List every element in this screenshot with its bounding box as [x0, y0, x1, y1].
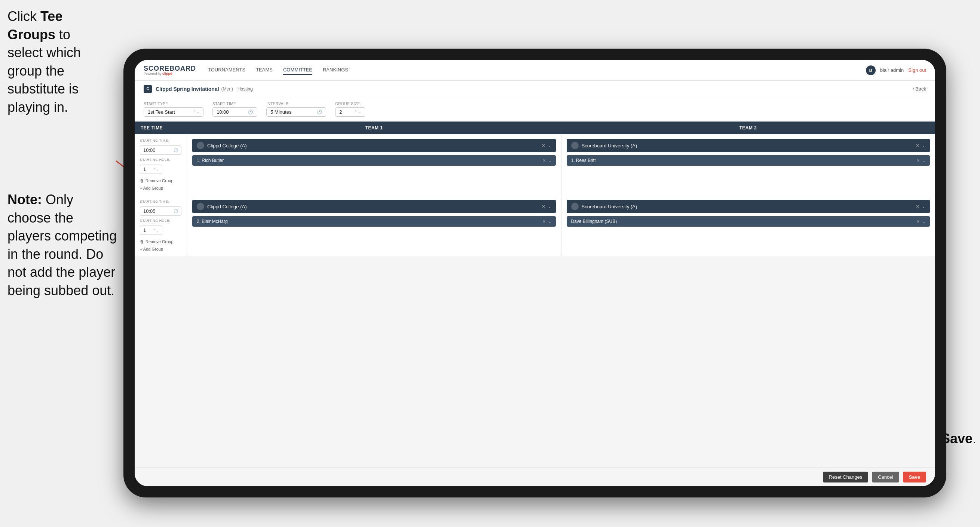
back-button[interactable]: ‹ Back: [912, 86, 926, 92]
nav-committee[interactable]: COMMITTEE: [283, 65, 312, 75]
team2-close-2[interactable]: ✕: [916, 204, 920, 209]
logo-scoreboard: SCOREBOARD: [144, 65, 196, 72]
team2-chevron-2[interactable]: ⌄: [922, 204, 925, 209]
player-close-2-1[interactable]: ✕: [916, 158, 920, 163]
group-size-group: Group Size 2 ⌃⌄: [335, 102, 365, 117]
player-chevron-1-2[interactable]: ⌄: [548, 219, 551, 224]
hole-spinner-1: ⌃⌄: [153, 167, 159, 171]
player-row-1-2[interactable]: 2. Blair McHarg ✕ ⌄: [192, 216, 556, 227]
player-row-2-1[interactable]: 1. Rees Britt ✕ ⌄: [567, 155, 930, 166]
team1-col-2: Clippd College (A) ✕ ⌄ 2. Blair McHarg ✕…: [187, 195, 562, 256]
team2-controls-2: ✕ ⌄: [916, 204, 925, 209]
team2-card-1[interactable]: Scoreboard University (A) ✕ ⌄: [567, 139, 930, 152]
add-group-button-2[interactable]: + Add Group: [140, 247, 181, 252]
player-name-2-1: 1. Rees Britt: [571, 158, 596, 163]
starting-time-input-1[interactable]: 10:00 🕐: [140, 145, 181, 155]
user-name: blair admin: [880, 67, 904, 73]
team1-close-1[interactable]: ✕: [542, 143, 546, 148]
group-size-input[interactable]: 2 ⌃⌄: [335, 107, 365, 117]
bottom-bar: Reset Changes Cancel Save: [135, 468, 935, 486]
start-type-group: Start Type 1st Tee Start ⌃⌄: [144, 102, 204, 117]
sub-header: C Clippd Spring Invitational (Men) Hosti…: [135, 81, 935, 97]
starting-time-input-2[interactable]: 10:05 🕐: [140, 207, 181, 216]
tournament-gender: (Men): [221, 86, 233, 92]
starting-hole-input-2[interactable]: 1 ⌃⌄: [140, 226, 162, 235]
tee-time-col-1: STARTING TIME: 10:00 🕐 STARTING HOLE: 1 …: [135, 134, 187, 195]
nav-tournaments[interactable]: TOURNAMENTS: [208, 65, 245, 75]
start-time-input[interactable]: 10:00 🕐: [212, 107, 257, 117]
nav-teams[interactable]: TEAMS: [256, 65, 273, 75]
start-type-input[interactable]: 1st Tee Start ⌃⌄: [144, 107, 204, 117]
team2-col-1: Scoreboard University (A) ✕ ⌄ 1. Rees Br…: [562, 134, 935, 195]
hole-spinner-2: ⌃⌄: [153, 228, 159, 232]
team1-card-2[interactable]: Clippd College (A) ✕ ⌄: [192, 200, 556, 213]
team1-chevron-1[interactable]: ⌄: [547, 143, 551, 148]
team1-card-1[interactable]: Clippd College (A) ✕ ⌄: [192, 139, 556, 152]
tournament-name: Clippd Spring Invitational: [156, 86, 219, 92]
intervals-icon: 🕐: [317, 110, 322, 115]
player-chevron-2-2[interactable]: ⌄: [922, 219, 925, 224]
team2-controls-1: ✕ ⌄: [916, 143, 925, 148]
remove-group-button-2[interactable]: 🗑 Remove Group: [140, 239, 181, 244]
team2-icon-2: [571, 203, 579, 210]
sign-out-link[interactable]: Sign out: [908, 67, 926, 73]
group-size-spinner: ⌃⌄: [354, 110, 361, 115]
team1-chevron-2[interactable]: ⌄: [547, 204, 551, 209]
logo-powered: Powered by clippd: [144, 72, 196, 76]
team2-name-2: Scoreboard University (A): [582, 204, 637, 209]
team1-controls-1: ✕ ⌄: [542, 143, 551, 148]
player-chevron-2-1[interactable]: ⌄: [922, 158, 925, 163]
player-row-2-2[interactable]: Dave Billingham (SUB) ✕ ⌄: [567, 216, 930, 227]
player-controls-2-1: ✕ ⌄: [916, 158, 925, 163]
start-time-group: Start Time 10:00 🕐: [212, 102, 257, 117]
starting-time-label-1: STARTING TIME:: [140, 139, 181, 143]
team1-col-1: Clippd College (A) ✕ ⌄ 1. Rich Butler ✕ …: [187, 134, 562, 195]
nav-rankings[interactable]: RANKINGS: [323, 65, 348, 75]
start-type-label: Start Type: [144, 102, 204, 106]
groups-container: STARTING TIME: 10:00 🕐 STARTING HOLE: 1 …: [135, 134, 935, 256]
team2-col-2: Scoreboard University (A) ✕ ⌄ Dave Billi…: [562, 195, 935, 256]
team1-name-1: Clippd College (A): [207, 143, 247, 148]
table-header: Tee Time Team 1 Team 2: [135, 121, 935, 134]
time-icon-1: 🕐: [173, 148, 178, 152]
intervals-label: Intervals: [266, 102, 326, 106]
cancel-button[interactable]: Cancel: [872, 472, 899, 482]
team2-icon-1: [571, 142, 579, 149]
instruction-note: Note: Only choose the players competing …: [0, 183, 127, 307]
th-team2: Team 2: [561, 121, 935, 134]
player-close-1-2[interactable]: ✕: [542, 219, 546, 224]
team2-chevron-1[interactable]: ⌄: [922, 143, 925, 148]
player-name-2-2: Dave Billingham (SUB): [571, 219, 617, 224]
player-close-2-2[interactable]: ✕: [916, 219, 920, 224]
save-button[interactable]: Save: [903, 472, 926, 482]
player-chevron-1-1[interactable]: ⌄: [548, 158, 551, 163]
team1-card-inner-1: Clippd College (A): [197, 142, 247, 149]
top-nav: SCOREBOARD Powered by clippd TOURNAMENTS…: [135, 60, 935, 81]
logo-clippd: clippd: [162, 72, 172, 76]
nav-links: TOURNAMENTS TEAMS COMMITTEE RANKINGS: [208, 65, 866, 75]
remove-icon-2: 🗑: [140, 239, 144, 244]
team2-card-2[interactable]: Scoreboard University (A) ✕ ⌄: [567, 200, 930, 213]
settings-row: Start Type 1st Tee Start ⌃⌄ Start Time 1…: [135, 97, 935, 121]
start-time-label: Start Time: [212, 102, 257, 106]
starting-hole-input-1[interactable]: 1 ⌃⌄: [140, 165, 162, 174]
intervals-input[interactable]: 5 Minutes 🕐: [266, 107, 326, 117]
team1-icon-2: [197, 203, 204, 210]
add-group-button-1[interactable]: + Add Group: [140, 186, 181, 190]
team2-name-1: Scoreboard University (A): [582, 143, 637, 148]
remove-group-button-1[interactable]: 🗑 Remove Group: [140, 178, 181, 183]
sub-header-logo: C: [144, 85, 152, 93]
user-avatar: B: [866, 65, 876, 75]
starting-hole-label-1: STARTING HOLE:: [140, 158, 181, 162]
start-time-icon: 🕐: [248, 110, 253, 115]
group-row-2: STARTING TIME: 10:05 🕐 STARTING HOLE: 1 …: [135, 195, 935, 256]
player-close-1-1[interactable]: ✕: [542, 158, 546, 163]
tablet-frame: SCOREBOARD Powered by clippd TOURNAMENTS…: [123, 49, 947, 497]
team1-controls-2: ✕ ⌄: [542, 204, 551, 209]
team2-close-1[interactable]: ✕: [916, 143, 920, 148]
start-type-spinner: ⌃⌄: [192, 110, 199, 115]
reset-changes-button[interactable]: Reset Changes: [823, 472, 869, 482]
team1-close-2[interactable]: ✕: [542, 204, 546, 209]
player-row-1-1[interactable]: 1. Rich Butler ✕ ⌄: [192, 155, 556, 166]
hosting-badge: Hosting: [237, 86, 253, 92]
